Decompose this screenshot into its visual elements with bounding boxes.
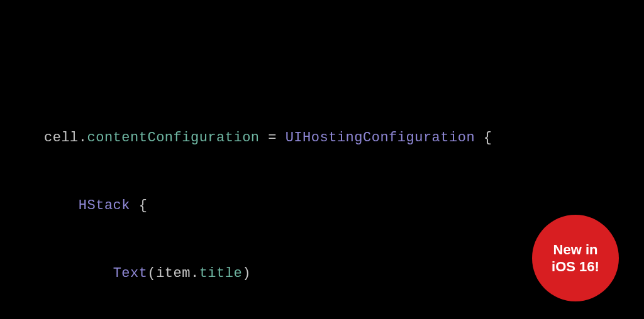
token-paren-close: ) [242,266,251,281]
new-in-badge: New in iOS 16! [532,215,619,301]
token-property: title [199,266,243,281]
token-paren-open: ( [147,266,156,281]
token-object: cell [44,130,79,146]
code-block: cell.contentConfiguration = UIHostingCon… [44,82,492,319]
token-object: item [156,266,191,281]
token-type: HStack [79,198,130,214]
token-brace-open: { [475,130,492,146]
code-line-2: HStack { [44,195,492,217]
token-indent [44,266,113,281]
token-type: Text [113,266,148,281]
token-dot: . [191,266,199,281]
token-type: UIHostingConfiguration [286,130,475,146]
token-indent [44,198,79,214]
code-line-3: Text(item.title) [44,262,492,285]
token-assign: = [260,130,286,146]
token-brace-open: { [130,198,147,214]
token-method: contentConfiguration [87,130,260,146]
code-line-1: cell.contentConfiguration = UIHostingCon… [44,127,492,149]
badge-line-1: New in [552,241,599,259]
token-dot: . [79,130,87,146]
badge-line-2: iOS 16! [552,258,599,276]
code-slide: cell.contentConfiguration = UIHostingCon… [0,0,644,319]
